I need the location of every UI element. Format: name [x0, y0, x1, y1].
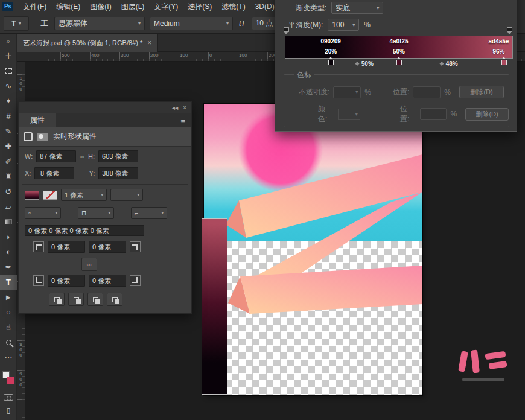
fill-color-swatch[interactable] [25, 191, 39, 200]
stroke-width-select[interactable]: 1 像素 ▾ [61, 189, 107, 201]
menu-items: 文件(F)编辑(E)图像(I)图层(L)文字(Y)选择(S)滤镜(T)3D(D)… [18, 0, 313, 13]
menu-item-1[interactable]: 编辑(E) [51, 0, 85, 13]
ruler-label: 0 [209, 52, 212, 58]
rect-marquee-tool[interactable] [0, 63, 17, 78]
radius-top-right-field[interactable]: 0 像素 [89, 241, 126, 253]
eraser-tool[interactable]: ▱ [0, 199, 17, 214]
color-label: 颜色: [318, 104, 334, 124]
menu-item-6[interactable]: 滤镜(T) [217, 0, 250, 13]
crop-tool[interactable]: # [0, 109, 17, 124]
corner-radius-summary-field[interactable]: 0 像素 0 像素 0 像素 0 像素 [25, 225, 144, 236]
pen-tool[interactable]: ✒ [0, 259, 17, 275]
dodge-tool[interactable]: ◐ [0, 244, 17, 259]
divider [22, 184, 188, 185]
percent-sign: % [450, 110, 457, 118]
radius-bottom-right-field[interactable]: 0 像素 [89, 275, 126, 287]
selected-gradient-shape[interactable] [202, 218, 228, 395]
panel-menu-icon[interactable]: ≡ [180, 116, 191, 125]
location-label: 位置: [400, 104, 416, 124]
panel-close-icon[interactable]: × [183, 104, 186, 111]
panel-collapse-icon[interactable]: ◂◂ [172, 104, 178, 111]
stroke-align-select[interactable]: ▫ ▾ [25, 207, 61, 219]
delete-color-stop-button[interactable]: 删除(D) [465, 108, 509, 121]
stroke-type-select[interactable]: — ▾ [110, 189, 143, 201]
radius-bottom-left-field[interactable]: 0 像素 [48, 275, 85, 287]
healing-brush-tool[interactable]: ✚ [0, 139, 17, 154]
gradient-type-select[interactable]: 实底 ▾ [331, 2, 383, 14]
gradient-tool[interactable] [0, 214, 17, 229]
y-label: Y: [89, 170, 95, 177]
gradient-midpoint[interactable]: 50% [356, 60, 374, 67]
font-style-select[interactable]: Medium ▾ [150, 17, 233, 30]
background-color-swatch[interactable] [7, 377, 14, 384]
clone-stamp-tool[interactable]: ♜ [0, 169, 17, 184]
tab-properties[interactable]: 属性 [19, 113, 56, 127]
quick-mask-button[interactable] [4, 394, 13, 401]
menu-item-0[interactable]: 文件(F) [18, 0, 51, 13]
corner-top-right-icon[interactable] [130, 241, 141, 252]
color-stop[interactable] [501, 59, 507, 68]
width-field[interactable]: 87 像素 [36, 150, 76, 162]
pathfinder-subtract-button[interactable] [68, 293, 84, 306]
y-field[interactable]: 388 像素 [98, 167, 138, 179]
text-orientation-icon[interactable]: 工 [39, 18, 49, 29]
link-dimensions-icon[interactable]: ∞ [80, 153, 84, 160]
opacity-stop[interactable] [507, 27, 512, 35]
color-stop[interactable] [328, 59, 334, 68]
pathfinder-exclude-button[interactable] [107, 293, 122, 306]
tool-preset-picker[interactable]: T ▾ [4, 16, 29, 31]
path-selection-tool[interactable]: ► [0, 290, 17, 305]
move-tool[interactable]: ✛ [0, 48, 17, 63]
location-field[interactable] [420, 108, 447, 120]
pathfinder-intersect-button[interactable] [88, 293, 103, 306]
document-canvas[interactable] [204, 104, 422, 395]
blur-tool[interactable]: ◗ [0, 229, 17, 244]
screen-mode-button[interactable]: ▯ [0, 404, 17, 416]
font-family-select[interactable]: 思源黑体 ▾ [54, 17, 145, 30]
stroke-color-swatch[interactable] [43, 191, 57, 200]
link-corner-radii-button[interactable]: ∞ [81, 258, 97, 271]
tab-close-icon[interactable]: × [147, 39, 151, 47]
ellipse-tool[interactable]: ○ [0, 305, 17, 320]
eyedropper-tool[interactable]: ✎ [0, 124, 17, 139]
photoshop-app: Ps 文件(F)编辑(E)图像(I)图层(L)文字(Y)选择(S)滤镜(T)3D… [0, 0, 525, 420]
font-style-value: Medium [154, 19, 180, 28]
color-stops-track[interactable]: 50%48% [285, 59, 513, 68]
toolbar-collapse-icon[interactable]: » [0, 34, 16, 48]
type-tool-icon: T [11, 19, 16, 28]
gradient-midpoint[interactable]: 48% [441, 60, 458, 67]
corner-bottom-left-icon[interactable] [33, 275, 44, 286]
document-tab[interactable]: 艺术海报.psd @ 50% (侧面 1, RGB/8#) * × [17, 34, 158, 52]
opacity-stop[interactable] [284, 27, 289, 35]
mask-icon[interactable] [37, 133, 48, 141]
location-field[interactable] [413, 86, 441, 98]
menu-item-4[interactable]: 文字(Y) [149, 0, 183, 13]
stop-color-swatch[interactable]: ▾ [338, 109, 360, 120]
percent-sign: % [364, 88, 371, 97]
stroke-corners-select[interactable]: ⌐ ▾ [131, 207, 167, 219]
hand-tool[interactable]: ☝ [0, 320, 17, 335]
quick-selection-tool[interactable]: ✦ [0, 94, 17, 109]
pathfinder-combine-button[interactable] [49, 293, 65, 306]
shape-icon[interactable] [24, 132, 33, 141]
menu-item-2[interactable]: 图像(I) [85, 0, 116, 13]
stroke-caps-select[interactable]: ⊓ ▾ [78, 207, 114, 219]
x-field[interactable]: -8 像素 [34, 167, 74, 179]
history-brush-tool[interactable]: ↺ [0, 184, 17, 199]
color-stop[interactable] [396, 59, 402, 68]
type-tool[interactable]: T [0, 275, 17, 290]
delete-opacity-stop-button[interactable]: 删除(D) [459, 86, 504, 98]
opacity-field[interactable]: ▾ [333, 86, 361, 98]
menu-item-3[interactable]: 图层(L) [116, 0, 150, 13]
zoom-tool[interactable] [0, 335, 17, 350]
toolbar-more-icon[interactable]: ⋯ [0, 350, 17, 365]
menu-item-5[interactable]: 选择(S) [183, 0, 217, 13]
corner-bottom-right-icon[interactable] [130, 275, 141, 286]
location-label: 位置: [393, 87, 409, 97]
radius-top-left-field[interactable]: 0 像素 [48, 241, 85, 253]
height-field[interactable]: 603 像素 [98, 150, 138, 162]
lasso-tool[interactable]: ∿ [0, 78, 17, 94]
corner-top-left-icon[interactable] [33, 241, 44, 252]
opacity-stops-track[interactable] [285, 27, 513, 35]
brush-tool[interactable]: ✐ [0, 154, 17, 169]
